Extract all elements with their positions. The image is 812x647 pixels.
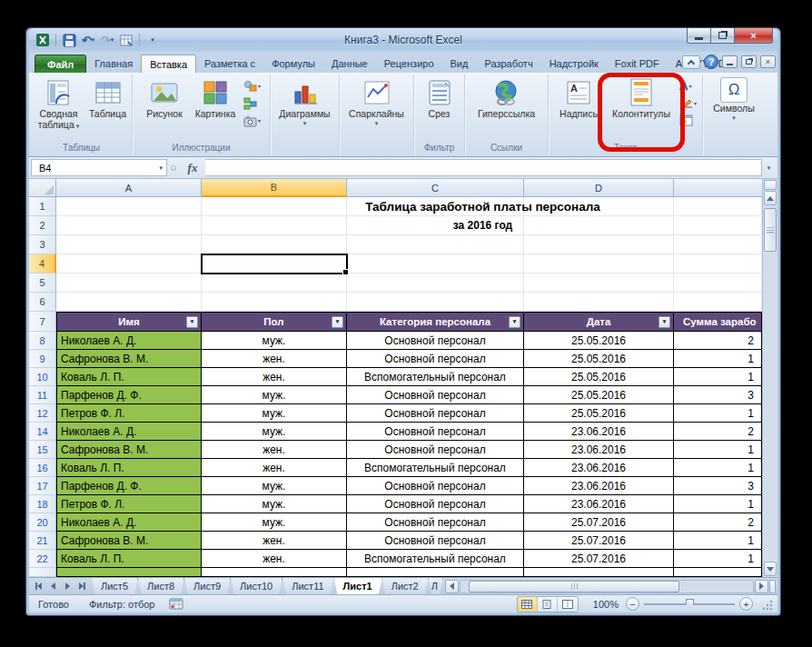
normal-view-icon[interactable] [518, 597, 538, 612]
row-header-selected[interactable]: 4 [29, 254, 56, 274]
row-header[interactable]: 11 [29, 386, 56, 404]
cell-gender[interactable]: муж. [202, 477, 347, 495]
picture-button[interactable]: Рисунок [140, 75, 189, 143]
cell-category[interactable]: Вспомогательный персонал [347, 459, 524, 477]
cell[interactable] [674, 216, 762, 235]
column-header-c[interactable]: C [347, 179, 524, 197]
textbox-button[interactable]: A Надпись [552, 75, 605, 143]
cell[interactable] [524, 293, 674, 312]
header-amount[interactable]: Сумма зарабо [674, 312, 762, 332]
page-layout-view-icon[interactable] [538, 597, 558, 612]
cell-date[interactable]: 25.05.2016 [524, 386, 674, 404]
resize-grip[interactable] [762, 599, 774, 612]
expand-formula-bar-icon[interactable]: ▾ [762, 159, 776, 176]
row-header[interactable]: 7 [29, 312, 56, 332]
cell[interactable] [347, 216, 524, 235]
header-footer-button[interactable]: Колонтитулы [605, 75, 678, 120]
qat-customize-icon[interactable]: ▾ [144, 32, 161, 48]
cell-category[interactable]: Основной персонал [347, 423, 524, 441]
row-header[interactable]: 17 [29, 477, 56, 495]
cell[interactable] [56, 254, 202, 274]
tab-review[interactable]: Рецензиро [376, 55, 442, 73]
wordart-button[interactable]: А▾ [679, 78, 697, 94]
tab-foxit-pdf[interactable]: Foxit PDF [607, 55, 668, 73]
column-header-e[interactable] [674, 179, 762, 197]
cell-amount[interactable]: 2 [674, 423, 762, 441]
cell-amount[interactable]: 2 [674, 332, 762, 350]
sheet-tab[interactable]: Лист5 [92, 578, 138, 594]
cell-amount[interactable]: 1 [674, 532, 762, 550]
charts-button[interactable]: Диаграммы ▾ [272, 75, 338, 156]
cell[interactable] [202, 293, 347, 312]
cell[interactable] [56, 216, 202, 235]
row-header[interactable]: 16 [29, 459, 56, 477]
sheet-tab[interactable]: Лист9 [184, 578, 231, 594]
cell[interactable] [347, 254, 524, 274]
cell-name[interactable]: Петров Ф. Л. [56, 404, 202, 423]
sheet-tab[interactable]: Лист11 [282, 578, 333, 594]
restore-button[interactable] [711, 28, 735, 44]
tab-view[interactable]: Вид [442, 55, 477, 73]
sheet-tab[interactable]: Лист2 [382, 578, 429, 594]
zoom-out-icon[interactable]: − [626, 597, 639, 611]
cell-date[interactable]: 25.07.2016 [524, 532, 674, 550]
column-header-d[interactable]: D [524, 179, 674, 197]
selected-cell-border[interactable] [201, 254, 348, 274]
minimize-button[interactable] [687, 28, 711, 44]
cell-name[interactable]: Николаев А. Д. [56, 513, 202, 532]
next-sheet-icon[interactable] [61, 580, 74, 593]
cell-gender[interactable]: жен. [202, 350, 347, 368]
cell-gender[interactable]: жен. [202, 368, 347, 386]
row-header[interactable]: 15 [29, 441, 56, 459]
tab-developer[interactable]: Разработч [476, 55, 540, 73]
cell[interactable] [674, 197, 762, 216]
tab-formulas[interactable]: Формулы [263, 55, 323, 73]
scroll-down-icon[interactable] [764, 562, 777, 576]
cell[interactable] [674, 274, 762, 293]
cell[interactable] [674, 293, 762, 312]
header-gender[interactable]: Пол [202, 312, 347, 332]
row-header[interactable]: 9 [29, 350, 56, 368]
cell-category[interactable]: Основной персонал [347, 495, 524, 513]
cell[interactable] [56, 235, 202, 254]
cell-category[interactable]: Основной персонал [347, 350, 524, 368]
cell-category[interactable]: Вспомогательный персонал [347, 550, 524, 568]
cell-amount[interactable]: 3 [674, 386, 762, 404]
tab-insert[interactable]: Вставка [141, 55, 196, 73]
row-header[interactable]: 2 [29, 216, 56, 235]
cell[interactable] [674, 235, 762, 254]
cell-date[interactable]: 25.05.2016 [524, 350, 674, 368]
screenshot-button[interactable]: ▾ [243, 113, 261, 128]
excel-logo-icon[interactable] [35, 32, 51, 48]
cell-gender[interactable]: жен. [202, 441, 347, 459]
cell[interactable] [56, 274, 202, 293]
cell-gender[interactable]: муж. [202, 332, 347, 350]
cell-name[interactable]: Парфенов Д. Ф. [56, 386, 202, 404]
split-handle[interactable] [764, 180, 777, 190]
filter-dropdown-icon[interactable] [659, 316, 670, 328]
help-icon[interactable]: ? [704, 55, 718, 69]
cell-amount[interactable]: 3 [674, 477, 762, 495]
sheet-tab-partial[interactable]: Л [429, 578, 443, 594]
sheet-tab[interactable]: Лист8 [138, 578, 184, 594]
workbook-close-icon[interactable]: × [760, 55, 776, 68]
cell-name[interactable]: Коваль Л. П. [56, 368, 202, 386]
cell-category[interactable]: Основной персонал [347, 532, 524, 550]
row-header[interactable]: 3 [29, 235, 56, 254]
row-header[interactable]: 18 [29, 495, 56, 513]
row-header[interactable]: 20 [29, 513, 56, 532]
cell-date[interactable]: 23.06.2016 [524, 441, 674, 459]
cell[interactable] [524, 274, 674, 293]
cell-category[interactable]: Основной персонал [347, 441, 524, 459]
save-icon[interactable] [61, 32, 77, 48]
row-header[interactable]: 10 [29, 368, 56, 386]
cell[interactable] [202, 197, 347, 216]
table-button[interactable]: Таблица [85, 75, 131, 143]
hyperlink-button[interactable]: Гиперссылка [468, 75, 546, 143]
header-name[interactable]: Имя [56, 312, 202, 332]
macro-record-icon[interactable] [169, 598, 183, 610]
tab-home[interactable]: Главная [86, 55, 141, 73]
filter-dropdown-icon[interactable] [509, 316, 520, 328]
cell-date[interactable]: 25.07.2016 [524, 513, 674, 532]
scroll-up-icon[interactable] [764, 191, 777, 205]
